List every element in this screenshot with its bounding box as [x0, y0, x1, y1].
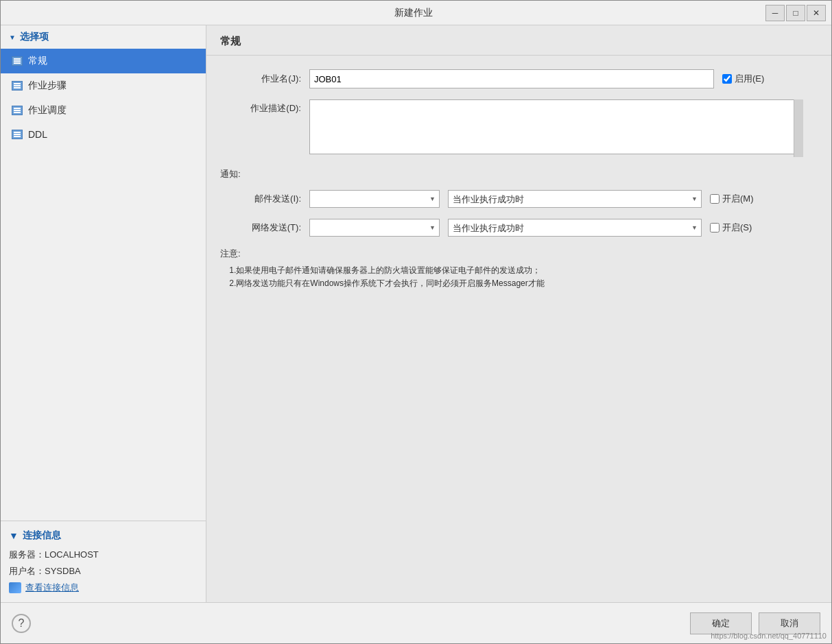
server-value: LOCALHOST [45, 549, 99, 560]
schedule-icon [12, 106, 23, 115]
job-name-label: 作业名(J): [220, 73, 309, 85]
notification-label: 通知: [220, 168, 818, 180]
view-connection-link[interactable]: 查看连接信息 [9, 582, 198, 594]
username-row: 用户名：SYSDBA [9, 565, 198, 577]
sidebar-item-steps[interactable]: 作业步骤 [1, 73, 206, 98]
net-enable-text: 开启(S) [722, 222, 752, 234]
sidebar-item-ddl-label: DDL [28, 129, 47, 140]
email-row: 邮件发送(I): 当作业执行成功时 [220, 190, 818, 208]
minimize-button[interactable]: ─ [765, 5, 785, 21]
net-row: 网络发送(T): 当作业执行成功时 [220, 219, 818, 237]
desc-label: 作业描述(D): [220, 99, 309, 115]
username-label: 用户名： [9, 566, 45, 576]
connection-info: ▼ 连接信息 服务器：LOCALHOST 用户名：SYSDBA 查看连接信息 [1, 521, 206, 602]
close-button[interactable]: ✕ [807, 5, 826, 21]
server-row: 服务器：LOCALHOST [9, 549, 198, 561]
select-section-arrow: ▼ [9, 34, 16, 41]
email-enable-checkbox[interactable] [710, 194, 720, 204]
net-condition-select[interactable]: 当作业执行成功时 [448, 219, 702, 237]
enable-checkbox-label[interactable]: 启用(E) [722, 73, 764, 85]
ddl-icon [12, 130, 23, 139]
section-title: 常规 [206, 25, 831, 56]
window-title: 新建作业 [61, 7, 765, 19]
watermark: https://blog.csdn.net/qq_40771110 [711, 632, 827, 640]
restore-button[interactable]: □ [786, 5, 805, 21]
email-enable-text: 开启(M) [722, 193, 754, 205]
bottom-bar: ? 确定 取消 [1, 602, 831, 643]
sidebar-item-general[interactable]: 常规 [1, 49, 206, 73]
email-condition-select[interactable]: 当作业执行成功时 [448, 190, 702, 208]
email-condition-combo[interactable]: 当作业执行成功时 [448, 190, 702, 208]
email-enable-label[interactable]: 开启(M) [710, 193, 754, 205]
connection-header-label: 连接信息 [23, 529, 61, 542]
enable-label: 启用(E) [735, 73, 764, 85]
link-icon [9, 582, 21, 593]
desc-field [309, 99, 818, 157]
email-sender-combo[interactable] [309, 190, 440, 208]
net-label: 网络发送(T): [220, 222, 309, 234]
note-line2: 2.网络发送功能只有在Windows操作系统下才会执行，同时必须开启服务Mess… [220, 277, 818, 290]
bottom-right-buttons: 确定 取消 [690, 612, 820, 634]
note-title: 注意: [220, 248, 818, 260]
right-panel: 常规 作业名(J): 启用(E) 作业描述(D): [206, 25, 831, 602]
steps-icon [12, 81, 23, 91]
email-label: 邮件发送(I): [220, 193, 309, 205]
cancel-button[interactable]: 取消 [759, 612, 820, 634]
net-enable-checkbox[interactable] [710, 223, 720, 232]
desc-row: 作业描述(D): [220, 99, 818, 157]
connection-arrow: ▼ [9, 530, 19, 541]
sidebar-item-ddl[interactable]: DDL [1, 123, 206, 146]
desc-scrollbar[interactable] [794, 99, 803, 157]
job-name-input[interactable] [309, 69, 714, 88]
view-connection-label: 查看连接信息 [25, 582, 79, 594]
username-value: SYSDBA [45, 566, 81, 576]
select-section-header[interactable]: ▼ 选择项 [1, 25, 206, 49]
help-button[interactable]: ? [12, 614, 31, 633]
net-field: 当作业执行成功时 开启(S) [309, 219, 818, 237]
net-sender-select[interactable] [309, 219, 440, 237]
sidebar-item-schedule-label: 作业调度 [28, 104, 67, 117]
email-sender-select[interactable] [309, 190, 440, 208]
form-area: 作业名(J): 启用(E) 作业描述(D): [206, 56, 831, 602]
sidebar-item-steps-label: 作业步骤 [28, 80, 67, 92]
note-section: 注意: 1.如果使用电子邮件通知请确保服务器上的防火墙设置能够保证电子邮件的发送… [220, 248, 818, 290]
enable-checkbox[interactable] [722, 74, 732, 84]
net-enable-label[interactable]: 开启(S) [710, 222, 752, 234]
ok-button[interactable]: 确定 [690, 612, 752, 634]
main-content: ▼ 选择项 常规 作业步骤 作业调度 DDL [1, 25, 831, 602]
desc-wrapper [309, 99, 803, 157]
window-controls: ─ □ ✕ [765, 5, 826, 21]
desc-input[interactable] [309, 99, 803, 154]
select-section-label: 选择项 [20, 31, 49, 43]
sidebar: ▼ 选择项 常规 作业步骤 作业调度 DDL [1, 25, 206, 602]
main-window: 新建作业 ─ □ ✕ ▼ 选择项 常规 作业步骤 作业调度 [0, 0, 832, 644]
sidebar-item-schedule[interactable]: 作业调度 [1, 98, 206, 123]
title-bar: 新建作业 ─ □ ✕ [1, 1, 831, 25]
email-field: 当作业执行成功时 开启(M) [309, 190, 818, 208]
general-icon [12, 56, 23, 66]
connection-header[interactable]: ▼ 连接信息 [9, 529, 198, 542]
job-name-field: 启用(E) [309, 69, 818, 88]
server-label: 服务器： [9, 549, 45, 560]
sidebar-item-general-label: 常规 [28, 55, 47, 67]
note-line1: 1.如果使用电子邮件通知请确保服务器上的防火墙设置能够保证电子邮件的发送成功； [220, 264, 818, 277]
job-name-row: 作业名(J): 启用(E) [220, 69, 818, 88]
net-sender-combo[interactable] [309, 219, 440, 237]
net-condition-combo[interactable]: 当作业执行成功时 [448, 219, 702, 237]
